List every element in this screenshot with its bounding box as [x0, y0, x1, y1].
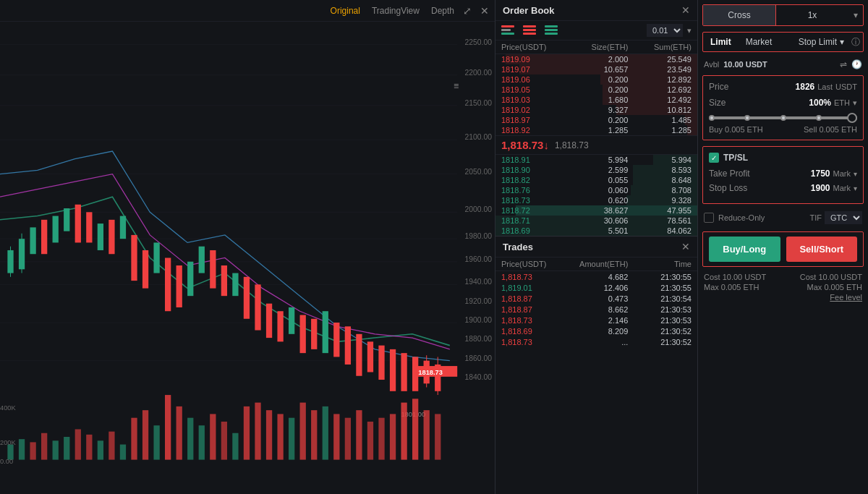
ask-row[interactable]: 1819.06 0.200 12.892	[495, 74, 697, 85]
slider-dot-0[interactable]	[709, 115, 715, 121]
ask-row[interactable]: 1819.03 1.680 12.492	[495, 95, 697, 105]
tpsl-header: ✓ TP/SL	[709, 153, 857, 163]
ask-row[interactable]: 1819.07 10.657 23.549	[495, 64, 697, 74]
middle-panel: Order Book ✕ 0.01 0.05	[495, 0, 698, 494]
svg-text:1880.00: 1880.00	[465, 335, 493, 343]
svg-text:1860.00: 1860.00	[465, 354, 493, 362]
svg-text:1900.00: 1900.00	[465, 316, 493, 324]
ob-view-buy-icon[interactable]	[545, 25, 558, 35]
bid-row[interactable]: 1818.72 38.627 47.955	[495, 205, 697, 216]
leverage-button[interactable]: 1x	[776, 5, 848, 25]
expand-icon[interactable]: ⤢	[463, 5, 472, 17]
buy-long-button[interactable]: Buy/Long	[709, 237, 780, 262]
price-input-group[interactable]: 1826 Last USDT	[796, 82, 857, 92]
trades-header: Trades ✕	[495, 237, 697, 257]
history-icon[interactable]: 🕐	[851, 59, 862, 69]
svg-text:2200.00: 2200.00	[465, 69, 493, 77]
stop-loss-input[interactable]: 1900 Mark ▾	[811, 183, 857, 193]
close-chart-icon[interactable]: ✕	[480, 5, 489, 17]
svg-rect-50	[289, 307, 294, 334]
slider-dot-25[interactable]	[744, 115, 750, 121]
svg-text:1818.73: 1818.73	[418, 368, 443, 376]
bid-row[interactable]: 1818.69 5.501 84.062	[495, 226, 697, 236]
avbl-value: 10.00 USDT	[723, 60, 767, 69]
transfer-icon[interactable]: ⇌	[840, 59, 847, 69]
sell-short-button[interactable]: Sell/Short	[786, 237, 858, 262]
svg-rect-75	[53, 440, 59, 459]
cross-button[interactable]: Cross	[703, 5, 775, 25]
cost-buy-label: Cost 10.00 USDT	[704, 273, 783, 281]
price-tag: Last	[817, 82, 833, 91]
reduce-only-checkbox[interactable]	[704, 213, 714, 223]
svg-rect-43	[210, 250, 216, 289]
ob-size-arrow[interactable]: ▾	[687, 26, 692, 35]
bid-row[interactable]: 1818.90 2.599 8.593	[495, 165, 697, 175]
ob-mid-price: 1,818.73↓ 1,818.73	[495, 135, 697, 155]
svg-rect-109	[435, 414, 441, 459]
tif-select[interactable]: GTC IOC FOK	[825, 211, 862, 224]
stop-loss-tag: Mark	[833, 184, 851, 192]
buy-label: Buy 0.005 ETH	[709, 125, 763, 134]
price-currency: USDT	[835, 82, 857, 91]
cost-sell-label: Cost 10.00 USDT	[784, 273, 863, 281]
svg-rect-99	[323, 406, 328, 460]
available-balance-row: Avbl 10.00 USDT ⇌ 🕐	[698, 56, 868, 72]
svg-rect-54	[333, 323, 339, 357]
bid-row[interactable]: 1818.91 5.994 5.994	[495, 155, 697, 165]
tpsl-label: TP/SL	[723, 153, 748, 163]
ask-row[interactable]: 1819.09 2.000 25.549	[495, 54, 697, 64]
bid-row[interactable]: 1818.71 30.606 78.561	[495, 216, 697, 226]
ask-row[interactable]: 1819.02 9.327 10.812	[495, 105, 697, 115]
svg-rect-60	[401, 353, 407, 391]
ask-row[interactable]: 1818.97 0.200 1.485	[495, 115, 697, 125]
svg-text:200K: 200K	[0, 438, 16, 446]
order-type-info-icon[interactable]: ⓘ	[848, 36, 863, 48]
order-book-close-icon[interactable]: ✕	[681, 4, 690, 16]
svg-rect-102	[356, 410, 362, 459]
take-profit-input[interactable]: 1750 Mark ▾	[811, 169, 857, 179]
bid-row[interactable]: 1818.73 0.620 9.328	[495, 195, 697, 205]
ob-view-both-icon[interactable]	[501, 25, 514, 35]
svg-rect-46	[244, 277, 250, 319]
svg-rect-56	[356, 334, 362, 376]
ask-rows: 1819.09 2.000 25.549 1819.07 10.657 23.5…	[495, 54, 697, 135]
ob-column-headers: Price(USDT) Size(ETH) Sum(ETH)	[495, 41, 697, 54]
tab-tradingview[interactable]: TradingView	[372, 6, 420, 16]
svg-text:1980.00: 1980.00	[465, 232, 493, 240]
tab-depth[interactable]: Depth	[431, 6, 454, 16]
svg-rect-103	[367, 422, 373, 460]
bid-row[interactable]: 1818.76 0.060 8.708	[495, 185, 697, 195]
svg-rect-34	[109, 220, 114, 254]
svg-rect-47	[255, 284, 260, 330]
trades-close-icon[interactable]: ✕	[681, 241, 690, 252]
svg-rect-108	[424, 410, 430, 459]
bid-row[interactable]: 1818.82 0.055 8.648	[495, 175, 697, 185]
price-value: 1826	[796, 82, 815, 92]
svg-rect-107	[412, 399, 418, 459]
slider-thumb[interactable]	[847, 113, 857, 123]
size-input-group[interactable]: 100% ETH ▾	[809, 98, 857, 108]
svg-rect-87	[187, 418, 193, 460]
trade-row: 1,819.01 12.406 21:30:55	[495, 282, 697, 293]
ob-size-select[interactable]: 0.01 0.05 0.10	[647, 24, 683, 37]
stop-limit-dropdown[interactable]: Stop Limit ▾	[794, 37, 848, 47]
stop-loss-dropdown-icon[interactable]: ▾	[854, 184, 857, 192]
tab-original[interactable]: Original	[331, 6, 360, 16]
ob-view-sell-icon[interactable]	[523, 25, 536, 35]
svg-rect-81	[120, 445, 126, 460]
controls-expand-icon[interactable]: ▾	[848, 10, 863, 20]
svg-rect-58	[378, 346, 384, 380]
tpsl-checkbox[interactable]: ✓	[709, 153, 719, 163]
ask-row[interactable]: 1819.05 0.200 12.692	[495, 85, 697, 95]
tab-limit[interactable]: Limit	[703, 33, 739, 51]
slider-dot-50[interactable]	[780, 115, 786, 121]
size-dropdown-icon[interactable]: ▾	[853, 98, 857, 108]
ask-row[interactable]: 1818.92 1.285 1.285	[495, 125, 697, 135]
fee-level-link[interactable]: Fee level	[784, 293, 863, 302]
take-profit-dropdown-icon[interactable]: ▾	[854, 170, 857, 178]
size-currency[interactable]: ETH	[834, 98, 850, 107]
chart-toolbar: Original TradingView Depth ⤢ ✕	[0, 0, 495, 22]
slider-dot-75[interactable]	[816, 115, 822, 121]
tab-market[interactable]: Market	[739, 33, 780, 51]
size-slider[interactable]	[709, 114, 857, 125]
